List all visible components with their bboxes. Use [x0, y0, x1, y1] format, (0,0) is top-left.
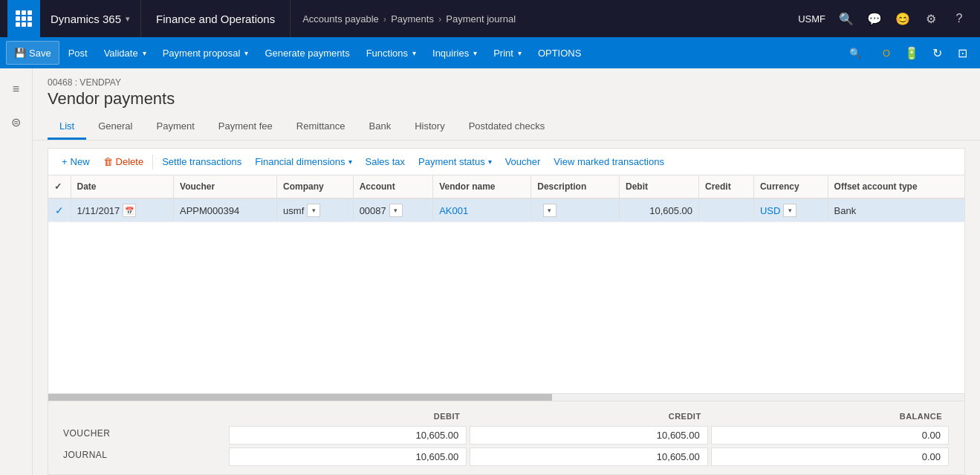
- inquiries-button[interactable]: Inquiries ▾: [425, 41, 484, 65]
- breadcrumb-accounts-payable[interactable]: Accounts payable: [302, 13, 379, 25]
- notification-icon[interactable]: 💬: [861, 0, 888, 37]
- row-credit: [699, 198, 754, 222]
- new-button[interactable]: + New: [56, 153, 96, 170]
- journal-id: 00468 : VENDPAY: [48, 77, 965, 88]
- functions-label: Functions: [366, 48, 408, 59]
- row-company[interactable]: usmf ▾: [277, 198, 354, 222]
- options-label: OPTIONS: [538, 48, 582, 59]
- totals-journal-balance: 0.00: [711, 447, 949, 466]
- payment-proposal-button[interactable]: Payment proposal ▾: [155, 41, 256, 65]
- row-check[interactable]: ✓: [48, 198, 71, 222]
- row-voucher: APPM000394: [174, 198, 277, 222]
- settle-transactions-button[interactable]: Settle transactions: [156, 153, 247, 170]
- trash-icon: 🗑: [103, 156, 113, 167]
- tab-payment[interactable]: Payment: [144, 114, 206, 140]
- top-navigation: Dynamics 365 ▾ Finance and Operations Ac…: [0, 0, 980, 37]
- app-name: Finance and Operations: [141, 0, 291, 37]
- left-sidebar: ≡ ⊜: [0, 68, 33, 475]
- account-dropdown-button[interactable]: ▾: [389, 204, 403, 217]
- main-layout: ≡ ⊜ 00468 : VENDPAY Vendor payments List…: [0, 68, 980, 475]
- sales-tax-label: Sales tax: [366, 156, 405, 167]
- tab-remittance[interactable]: Remittance: [285, 114, 357, 140]
- row-offset-account-type: Bank: [828, 198, 964, 222]
- save-label: Save: [29, 48, 51, 59]
- power-icon[interactable]: 🔋: [900, 41, 924, 65]
- scrollbar-thumb[interactable]: [48, 394, 552, 401]
- validate-chevron-icon: ▾: [143, 49, 146, 57]
- table-row[interactable]: ✓ 1/11/2017 📅 APPM000394 usmf: [48, 198, 964, 222]
- settings-icon[interactable]: ⚙: [918, 0, 944, 37]
- voucher-button[interactable]: Voucher: [499, 153, 547, 170]
- plus-icon: +: [62, 156, 68, 167]
- toolbar-right-icons: O 🔋 ↻ ⊡: [874, 41, 974, 65]
- col-header-vendor-name: Vendor name: [433, 175, 531, 198]
- open-in-icon[interactable]: ⊡: [950, 41, 974, 65]
- app-grid-button[interactable]: [7, 0, 40, 37]
- user-icon[interactable]: 😊: [889, 0, 916, 37]
- tab-history[interactable]: History: [403, 114, 456, 140]
- row-currency[interactable]: USD ▾: [753, 198, 828, 222]
- col-header-currency: Currency: [753, 175, 828, 198]
- print-label: Print: [493, 48, 513, 59]
- validate-label: Validate: [104, 48, 138, 59]
- breadcrumb-sep-1: ›: [383, 13, 386, 25]
- sales-tax-button[interactable]: Sales tax: [360, 153, 411, 170]
- table-scroll[interactable]: ✓ Date Voucher Company Account Vendor na…: [48, 175, 964, 393]
- main-toolbar: 💾 Save Post Validate ▾ Payment proposal …: [0, 37, 980, 68]
- row-vendor-name[interactable]: AK001: [433, 198, 531, 222]
- separator-1: [152, 155, 153, 169]
- row-account[interactable]: 00087 ▾: [353, 198, 433, 222]
- tab-bank[interactable]: Bank: [357, 114, 403, 140]
- row-description[interactable]: ▾: [531, 198, 620, 222]
- hamburger-menu-icon[interactable]: ≡: [3, 76, 30, 103]
- help-icon[interactable]: ?: [946, 0, 973, 37]
- brand-name: Dynamics 365: [51, 13, 121, 25]
- table-header-row: ✓ Date Voucher Company Account Vendor na…: [48, 175, 964, 198]
- col-header-description: Description: [531, 175, 620, 198]
- breadcrumb-payments[interactable]: Payments: [391, 13, 434, 25]
- toolbar-search-button[interactable]: 🔍: [843, 41, 867, 65]
- print-button[interactable]: Print ▾: [486, 41, 529, 65]
- search-icon[interactable]: 🔍: [833, 0, 860, 37]
- generate-payments-button[interactable]: Generate payments: [257, 41, 357, 65]
- company-dropdown-button[interactable]: ▾: [307, 204, 320, 217]
- tab-postdated-checks[interactable]: Postdated checks: [457, 114, 557, 140]
- view-marked-transactions-label: View marked transactions: [554, 156, 664, 167]
- refresh-icon[interactable]: ↻: [925, 41, 949, 65]
- breadcrumb-payment-journal[interactable]: Payment journal: [446, 13, 516, 25]
- post-button[interactable]: Post: [61, 41, 95, 65]
- description-dropdown-button[interactable]: ▾: [543, 204, 556, 217]
- date-calendar-button[interactable]: 📅: [123, 204, 136, 217]
- totals-footer: DEBIT CREDIT BALANCE VOUCHER 10,605.00 1…: [48, 401, 965, 475]
- validate-button[interactable]: Validate ▾: [97, 41, 154, 65]
- tab-payment-fee[interactable]: Payment fee: [207, 114, 285, 140]
- financial-dimensions-button[interactable]: Financial dimensions ▾: [249, 153, 357, 170]
- financial-dimensions-label: Financial dimensions: [255, 156, 345, 167]
- inquiries-label: Inquiries: [432, 48, 469, 59]
- col-header-company: Company: [277, 175, 354, 198]
- tab-general[interactable]: General: [86, 114, 144, 140]
- new-label: New: [71, 156, 90, 167]
- functions-chevron-icon: ▾: [412, 49, 416, 57]
- col-header-date: Date: [71, 175, 174, 198]
- row-date[interactable]: 1/11/2017 📅: [71, 198, 174, 222]
- row-debit: 10,605.00: [619, 198, 698, 222]
- grid-icon: [16, 10, 32, 27]
- tab-list[interactable]: List: [48, 114, 86, 140]
- totals-journal-label: JOURNAL: [63, 447, 227, 467]
- view-marked-transactions-button[interactable]: View marked transactions: [548, 153, 670, 170]
- filter-icon[interactable]: ⊜: [3, 109, 30, 135]
- inquiries-chevron-icon: ▾: [473, 49, 477, 57]
- horizontal-scrollbar[interactable]: [48, 393, 964, 401]
- brand-area[interactable]: Dynamics 365 ▾: [40, 0, 141, 37]
- currency-dropdown-button[interactable]: ▾: [783, 204, 796, 217]
- page-title: Vendor payments: [48, 89, 965, 109]
- options-button[interactable]: OPTIONS: [530, 41, 589, 65]
- payment-status-button[interactable]: Payment status ▾: [412, 153, 498, 170]
- office-icon[interactable]: O: [874, 41, 898, 65]
- save-icon: 💾: [14, 48, 26, 59]
- functions-button[interactable]: Functions ▾: [359, 41, 424, 65]
- totals-journal-credit: 10,605.00: [470, 447, 707, 466]
- save-button[interactable]: 💾 Save: [6, 41, 59, 65]
- delete-button[interactable]: 🗑 Delete: [97, 153, 150, 170]
